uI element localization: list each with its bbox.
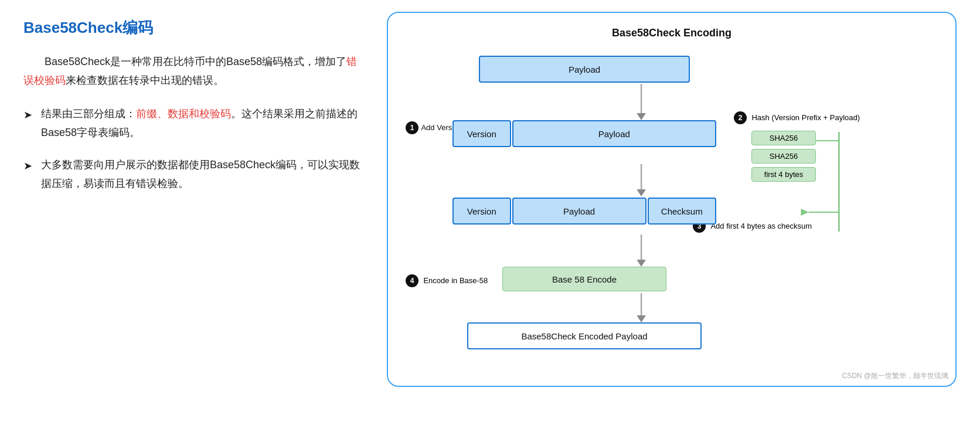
step3-text: Add first 4 bytes as checksum [710, 222, 812, 230]
step2-circle: 2 [734, 111, 747, 124]
bullet-arrow-2: ➤ [23, 155, 41, 175]
version-payload-row: Version Payload [452, 120, 716, 147]
svg-marker-5 [637, 260, 646, 267]
bullet1-red: 前缀、数据和校验码 [136, 108, 231, 120]
intro-paragraph: Base58Check是一种常用在比特币中的Base58编码格式，增加了错误校验… [23, 52, 363, 90]
step2-label: 2 Hash (Version Prefix + Payload) [734, 111, 860, 124]
sha256-box-1: SHA256 [751, 131, 816, 145]
bullet1-prefix: 结果由三部分组成： [41, 108, 136, 120]
payload-box-2: Payload [512, 198, 646, 225]
page-title: Base58Check编码 [23, 18, 363, 38]
intro-text-prefix: Base58Check是一种常用在比特币中的Base58编码格式，增加了 [45, 56, 346, 67]
base58encode-box: Base 58 Encode [502, 267, 666, 291]
diagram-title: Base58Check Encoding [406, 27, 938, 39]
checksum-box: Checksum [648, 198, 716, 225]
bullet-2: ➤ 大多数需要向用户展示的数据都使用Base58Check编码，可以实现数据压缩… [23, 155, 363, 193]
version-box-1: Version [452, 120, 511, 147]
base58encode-container: Base 58 Encode [452, 267, 716, 291]
payload-box-1: Payload [512, 120, 716, 147]
step2-text: Hash (Version Prefix + Payload) [751, 113, 860, 122]
svg-marker-7 [637, 315, 646, 322]
svg-marker-3 [637, 189, 646, 196]
diagram-panel: Base58Check Encoding [387, 12, 957, 387]
sha256-box-2: SHA256 [751, 149, 816, 164]
payload-top-container: Payload [452, 56, 716, 83]
left-panel: Base58Check编码 Base58Check是一种常用在比特币中的Base… [23, 12, 363, 206]
version-box-2: Version [452, 198, 511, 225]
version-payload-checksum-row: Version Payload Checksum [452, 198, 716, 225]
diagram-inner: Payload 1 Add Version Prefix Version Pay… [406, 50, 938, 372]
bullet-text-1: 结果由三部分组成：前缀、数据和校验码。这个结果采用之前描述的Base58字母表编… [41, 104, 363, 142]
first4bytes-box: first 4 bytes [751, 167, 816, 182]
payload-top-box: Payload [479, 56, 690, 83]
watermark: CSDN @散一世繁华，颠半世琉璃 [842, 371, 948, 381]
sha-boxes: SHA256 SHA256 first 4 bytes [751, 131, 816, 182]
step4-circle: 4 [406, 274, 418, 287]
encoded-payload-container: Base58Check Encoded Payload [452, 322, 716, 349]
bullet-1: ➤ 结果由三部分组成：前缀、数据和校验码。这个结果采用之前描述的Base58字母… [23, 104, 363, 142]
svg-marker-11 [801, 209, 809, 216]
bullet-text-2: 大多数需要向用户展示的数据都使用Base58Check编码，可以实现数据压缩，易… [41, 155, 363, 193]
page-container: Base58Check编码 Base58Check是一种常用在比特币中的Base… [23, 12, 957, 413]
intro-text-suffix: 来检查数据在转录中出现的错误。 [66, 74, 224, 86]
encoded-payload-box: Base58Check Encoded Payload [467, 322, 702, 349]
svg-marker-1 [637, 113, 646, 120]
step1-circle: 1 [406, 121, 418, 134]
bullet-arrow-1: ➤ [23, 104, 41, 124]
